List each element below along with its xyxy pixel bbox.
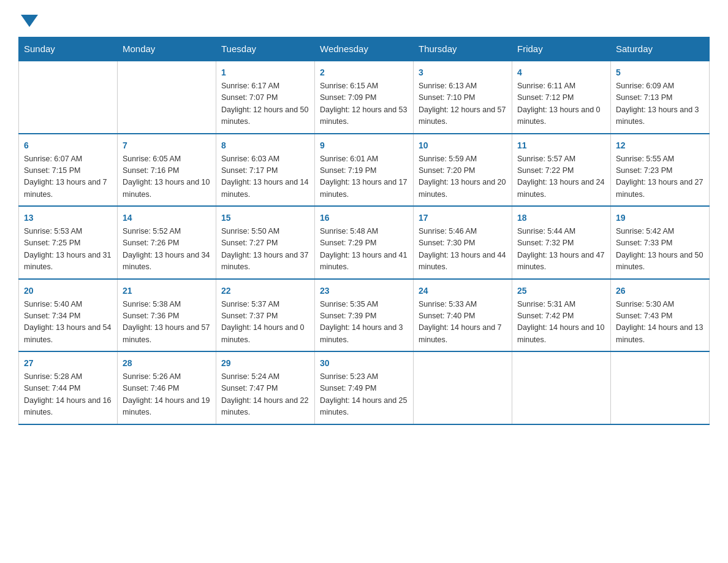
day-number: 12: [616, 139, 704, 152]
day-info: Sunrise: 5:38 AMSunset: 7:36 PMDaylight:…: [123, 299, 211, 347]
day-number: 7: [123, 139, 211, 152]
calendar-cell: 10Sunrise: 5:59 AMSunset: 7:20 PMDayligh…: [414, 134, 512, 207]
calendar-cell: 4Sunrise: 6:11 AMSunset: 7:12 PMDaylight…: [512, 61, 611, 134]
calendar-cell: [414, 351, 512, 424]
day-info: Sunrise: 5:59 AMSunset: 7:20 PMDaylight:…: [419, 153, 507, 201]
calendar-cell: 9Sunrise: 6:01 AMSunset: 7:19 PMDaylight…: [315, 134, 414, 207]
day-info: Sunrise: 5:24 AMSunset: 7:47 PMDaylight:…: [221, 371, 309, 419]
calendar-cell: 12Sunrise: 5:55 AMSunset: 7:23 PMDayligh…: [611, 134, 710, 207]
day-info: Sunrise: 5:23 AMSunset: 7:49 PMDaylight:…: [320, 371, 408, 419]
day-number: 25: [517, 285, 605, 297]
day-of-week-header: Sunday: [19, 37, 118, 61]
day-info: Sunrise: 5:46 AMSunset: 7:30 PMDaylight:…: [419, 226, 507, 274]
calendar-cell: 27Sunrise: 5:28 AMSunset: 7:44 PMDayligh…: [19, 351, 118, 424]
day-of-week-header: Saturday: [611, 37, 710, 61]
day-number: 11: [517, 139, 605, 152]
day-of-week-header: Monday: [118, 37, 216, 61]
day-number: 17: [419, 212, 507, 224]
calendar-week-row: 20Sunrise: 5:40 AMSunset: 7:34 PMDayligh…: [19, 279, 710, 352]
day-number: 23: [320, 285, 408, 297]
calendar-header-row: SundayMondayTuesdayWednesdayThursdayFrid…: [19, 37, 710, 61]
calendar-cell: 17Sunrise: 5:46 AMSunset: 7:30 PMDayligh…: [414, 206, 512, 279]
calendar-cell: [118, 61, 216, 134]
day-number: 28: [123, 357, 211, 370]
logo-arrow-icon: [21, 15, 38, 27]
calendar-cell: 22Sunrise: 5:37 AMSunset: 7:37 PMDayligh…: [216, 279, 315, 352]
calendar-cell: 21Sunrise: 5:38 AMSunset: 7:36 PMDayligh…: [118, 279, 216, 352]
day-number: 29: [221, 357, 309, 370]
calendar-cell: 7Sunrise: 6:05 AMSunset: 7:16 PMDaylight…: [118, 134, 216, 207]
day-number: 19: [616, 212, 704, 224]
day-number: 3: [419, 66, 507, 79]
day-info: Sunrise: 5:31 AMSunset: 7:42 PMDaylight:…: [517, 299, 605, 347]
day-number: 20: [24, 285, 112, 297]
day-info: Sunrise: 6:17 AMSunset: 7:07 PMDaylight:…: [221, 80, 309, 128]
day-info: Sunrise: 5:53 AMSunset: 7:25 PMDaylight:…: [24, 226, 112, 274]
calendar-week-row: 6Sunrise: 6:07 AMSunset: 7:15 PMDaylight…: [19, 134, 710, 207]
day-info: Sunrise: 6:13 AMSunset: 7:10 PMDaylight:…: [419, 80, 507, 128]
calendar-cell: 18Sunrise: 5:44 AMSunset: 7:32 PMDayligh…: [512, 206, 611, 279]
day-info: Sunrise: 5:35 AMSunset: 7:39 PMDaylight:…: [320, 299, 408, 347]
day-number: 10: [419, 139, 507, 152]
calendar-cell: 24Sunrise: 5:33 AMSunset: 7:40 PMDayligh…: [414, 279, 512, 352]
calendar-cell: 23Sunrise: 5:35 AMSunset: 7:39 PMDayligh…: [315, 279, 414, 352]
day-number: 14: [123, 212, 211, 224]
day-info: Sunrise: 5:44 AMSunset: 7:32 PMDaylight:…: [517, 226, 605, 274]
logo: [18, 12, 38, 25]
page-header: [18, 12, 710, 25]
day-number: 18: [517, 212, 605, 224]
day-of-week-header: Thursday: [414, 37, 512, 61]
calendar-cell: 8Sunrise: 6:03 AMSunset: 7:17 PMDaylight…: [216, 134, 315, 207]
calendar-week-row: 13Sunrise: 5:53 AMSunset: 7:25 PMDayligh…: [19, 206, 710, 279]
calendar-cell: 13Sunrise: 5:53 AMSunset: 7:25 PMDayligh…: [19, 206, 118, 279]
calendar-cell: 26Sunrise: 5:30 AMSunset: 7:43 PMDayligh…: [611, 279, 710, 352]
calendar-cell: 28Sunrise: 5:26 AMSunset: 7:46 PMDayligh…: [118, 351, 216, 424]
day-info: Sunrise: 5:30 AMSunset: 7:43 PMDaylight:…: [616, 299, 704, 347]
calendar-cell: 15Sunrise: 5:50 AMSunset: 7:27 PMDayligh…: [216, 206, 315, 279]
day-info: Sunrise: 5:55 AMSunset: 7:23 PMDaylight:…: [616, 153, 704, 201]
calendar-cell: 11Sunrise: 5:57 AMSunset: 7:22 PMDayligh…: [512, 134, 611, 207]
day-info: Sunrise: 5:57 AMSunset: 7:22 PMDaylight:…: [517, 153, 605, 201]
day-info: Sunrise: 5:42 AMSunset: 7:33 PMDaylight:…: [616, 226, 704, 274]
calendar-cell: 16Sunrise: 5:48 AMSunset: 7:29 PMDayligh…: [315, 206, 414, 279]
day-number: 27: [24, 357, 112, 370]
calendar-cell: 6Sunrise: 6:07 AMSunset: 7:15 PMDaylight…: [19, 134, 118, 207]
day-number: 13: [24, 212, 112, 224]
day-info: Sunrise: 6:15 AMSunset: 7:09 PMDaylight:…: [320, 80, 408, 128]
day-info: Sunrise: 5:48 AMSunset: 7:29 PMDaylight:…: [320, 226, 408, 274]
day-of-week-header: Tuesday: [216, 37, 315, 61]
day-number: 1: [221, 66, 309, 79]
calendar-cell: [512, 351, 611, 424]
calendar-cell: 2Sunrise: 6:15 AMSunset: 7:09 PMDaylight…: [315, 61, 414, 134]
day-info: Sunrise: 6:07 AMSunset: 7:15 PMDaylight:…: [24, 153, 112, 201]
day-number: 6: [24, 139, 112, 152]
calendar-cell: [611, 351, 710, 424]
day-info: Sunrise: 6:11 AMSunset: 7:12 PMDaylight:…: [517, 80, 605, 128]
calendar-cell: 29Sunrise: 5:24 AMSunset: 7:47 PMDayligh…: [216, 351, 315, 424]
calendar-cell: 30Sunrise: 5:23 AMSunset: 7:49 PMDayligh…: [315, 351, 414, 424]
day-number: 16: [320, 212, 408, 224]
day-info: Sunrise: 5:28 AMSunset: 7:44 PMDaylight:…: [24, 371, 112, 419]
day-number: 26: [616, 285, 704, 297]
calendar-cell: 3Sunrise: 6:13 AMSunset: 7:10 PMDaylight…: [414, 61, 512, 134]
day-info: Sunrise: 6:01 AMSunset: 7:19 PMDaylight:…: [320, 153, 408, 201]
day-info: Sunrise: 5:37 AMSunset: 7:37 PMDaylight:…: [221, 299, 309, 347]
day-number: 21: [123, 285, 211, 297]
calendar-cell: 25Sunrise: 5:31 AMSunset: 7:42 PMDayligh…: [512, 279, 611, 352]
day-of-week-header: Friday: [512, 37, 611, 61]
day-info: Sunrise: 5:40 AMSunset: 7:34 PMDaylight:…: [24, 299, 112, 347]
calendar-cell: 14Sunrise: 5:52 AMSunset: 7:26 PMDayligh…: [118, 206, 216, 279]
day-info: Sunrise: 5:52 AMSunset: 7:26 PMDaylight:…: [123, 226, 211, 274]
day-number: 9: [320, 139, 408, 152]
day-info: Sunrise: 6:03 AMSunset: 7:17 PMDaylight:…: [221, 153, 309, 201]
day-info: Sunrise: 6:09 AMSunset: 7:13 PMDaylight:…: [616, 80, 704, 128]
day-number: 22: [221, 285, 309, 297]
day-number: 8: [221, 139, 309, 152]
day-info: Sunrise: 5:26 AMSunset: 7:46 PMDaylight:…: [123, 371, 211, 419]
calendar-week-row: 27Sunrise: 5:28 AMSunset: 7:44 PMDayligh…: [19, 351, 710, 424]
day-info: Sunrise: 5:50 AMSunset: 7:27 PMDaylight:…: [221, 226, 309, 274]
day-number: 24: [419, 285, 507, 297]
day-number: 30: [320, 357, 408, 370]
day-number: 15: [221, 212, 309, 224]
calendar-table: SundayMondayTuesdayWednesdayThursdayFrid…: [18, 37, 710, 425]
